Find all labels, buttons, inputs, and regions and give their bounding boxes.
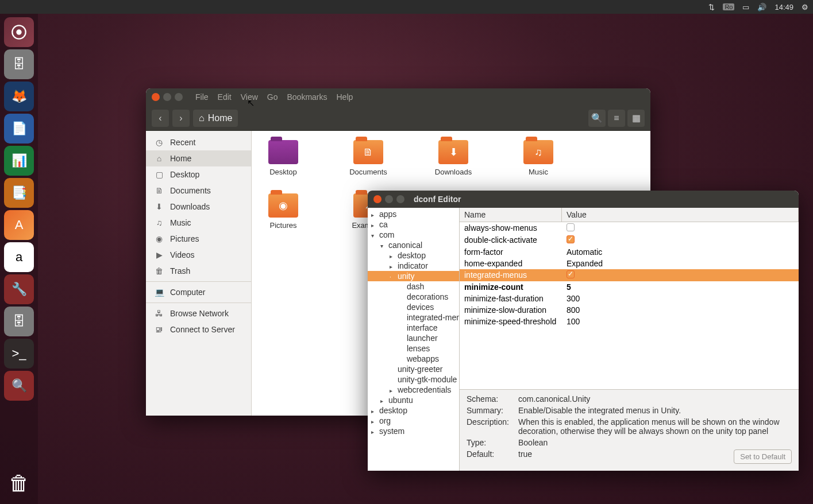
- file-downloads[interactable]: ⬇Downloads: [431, 140, 476, 176]
- col-value[interactable]: Value: [562, 208, 799, 222]
- tree-canonical[interactable]: ▾ canonical: [368, 240, 459, 250]
- back-button[interactable]: ‹: [152, 110, 169, 127]
- home-icon: ⌂: [154, 154, 164, 163]
- clock[interactable]: 14:49: [775, 3, 793, 11]
- menu-help[interactable]: Help: [337, 92, 353, 102]
- amazon-icon[interactable]: a: [4, 242, 34, 272]
- row-always-show-menus[interactable]: always-show-menus: [460, 222, 799, 234]
- gear-icon[interactable]: ⚙: [802, 3, 808, 11]
- settings-icon[interactable]: 🔧: [4, 274, 34, 304]
- tree-ubuntu[interactable]: ▸ ubuntu: [368, 395, 459, 405]
- calc-icon[interactable]: 📊: [4, 146, 34, 176]
- sidebar-item-home[interactable]: ⌂Home: [146, 150, 251, 166]
- sidebar-item-downloads[interactable]: ⬇Downloads: [146, 199, 251, 215]
- row-double-click-activate[interactable]: double-click-activate: [460, 234, 799, 246]
- dash-icon[interactable]: [4, 17, 34, 47]
- file-label: Pictures: [261, 221, 306, 230]
- minimize-icon[interactable]: [385, 195, 393, 203]
- tree-unity-gtk-module[interactable]: unity-gtk-module: [368, 374, 459, 385]
- expand-icon: ▸: [371, 418, 377, 425]
- file-desktop[interactable]: Desktop: [261, 140, 306, 176]
- tree-desktop[interactable]: ▸ desktop: [368, 250, 459, 261]
- tree-indicator[interactable]: ▸ indicator: [368, 261, 459, 271]
- software-center-icon[interactable]: A: [4, 210, 34, 240]
- cell-value: [562, 270, 799, 281]
- cell-value: Expanded: [562, 258, 799, 269]
- tree-webcredentials[interactable]: ▸ webcredentials: [368, 385, 459, 395]
- tree-desktop[interactable]: ▸ desktop: [368, 405, 459, 416]
- file-documents[interactable]: 🗎Documents: [346, 140, 391, 176]
- close-icon[interactable]: [373, 195, 382, 203]
- files-icon[interactable]: 🗄: [4, 49, 34, 79]
- tree-decorations[interactable]: decorations: [368, 292, 459, 302]
- row-minimize-slow-duration[interactable]: minimize-slow-duration800: [460, 304, 799, 316]
- row-minimize-speed-threshold[interactable]: minimize-speed-threshold100: [460, 316, 799, 327]
- battery-icon[interactable]: ▭: [742, 3, 749, 11]
- tree-unity[interactable]: · unity: [368, 271, 459, 281]
- dconf-titlebar[interactable]: dconf Editor: [368, 191, 799, 208]
- tree-system[interactable]: ▸ system: [368, 426, 459, 436]
- expand-icon: ▸: [390, 387, 395, 394]
- maximize-icon[interactable]: [175, 93, 183, 101]
- path-home-button[interactable]: ⌂Home: [193, 110, 238, 127]
- checkbox[interactable]: [567, 270, 575, 278]
- row-home-expanded[interactable]: home-expandedExpanded: [460, 258, 799, 269]
- tree-apps[interactable]: ▸ apps: [368, 209, 459, 219]
- row-form-factor[interactable]: form-factorAutomatic: [460, 246, 799, 258]
- forward-button[interactable]: ›: [172, 110, 190, 127]
- file-pictures[interactable]: ◉Pictures: [261, 193, 306, 230]
- maximize-icon[interactable]: [396, 195, 404, 203]
- menu-go[interactable]: Go: [267, 92, 278, 102]
- impress-icon[interactable]: 📑: [4, 178, 34, 208]
- sidebar-item-videos[interactable]: ▶Videos: [146, 247, 251, 263]
- menu-bookmarks[interactable]: Bookmarks: [287, 92, 327, 102]
- tree-dash[interactable]: dash: [368, 281, 459, 292]
- nautilus-sidebar: ◷Recent⌂Home▢Desktop🗎Documents⬇Downloads…: [146, 131, 252, 416]
- tree-integrated-menus[interactable]: integrated-menus: [368, 312, 459, 323]
- tree-ca[interactable]: ▸ ca: [368, 219, 459, 230]
- tree-org[interactable]: ▸ org: [368, 416, 459, 426]
- sidebar-item-music[interactable]: ♫Music: [146, 215, 251, 231]
- tree-unity-greeter[interactable]: unity-greeter: [368, 364, 459, 374]
- firefox-icon[interactable]: 🦊: [4, 82, 34, 111]
- network-icon[interactable]: ⇅: [708, 3, 715, 11]
- sidebar-item-browse-network[interactable]: 🖧Browse Network: [146, 305, 251, 321]
- tree-webapps[interactable]: webapps: [368, 354, 459, 364]
- grid-view-icon[interactable]: ▦: [627, 110, 645, 127]
- list-view-icon[interactable]: ≡: [608, 110, 625, 127]
- sidebar-item-computer[interactable]: 💻Computer: [146, 284, 251, 300]
- menu-file[interactable]: File: [195, 92, 209, 102]
- sidebar-item-connect-to-server[interactable]: 🖳Connect to Server: [146, 321, 251, 338]
- minimize-icon[interactable]: [163, 93, 171, 101]
- keyboard-indicator[interactable]: Ro: [723, 3, 734, 10]
- row-integrated-menus[interactable]: integrated-menus: [460, 269, 799, 281]
- row-minimize-count[interactable]: minimize-count5: [460, 281, 799, 293]
- nautilus-titlebar[interactable]: FileEditViewGoBookmarksHelp: [146, 88, 650, 106]
- file-music[interactable]: ♫Music: [516, 140, 561, 176]
- tree-devices[interactable]: devices: [368, 302, 459, 312]
- sidebar-item-trash[interactable]: 🗑Trash: [146, 263, 251, 279]
- checkbox[interactable]: [567, 223, 575, 231]
- search-icon[interactable]: 🔍: [588, 110, 606, 127]
- set-to-default-button[interactable]: Set to Default: [734, 449, 792, 464]
- menu-edit[interactable]: Edit: [218, 92, 232, 102]
- tree-interface[interactable]: interface: [368, 323, 459, 333]
- checkbox[interactable]: [567, 235, 575, 243]
- file-manager-icon[interactable]: 🗄: [4, 307, 34, 336]
- tree-com[interactable]: ▾ com: [368, 230, 459, 240]
- sidebar-item-recent[interactable]: ◷Recent: [146, 134, 251, 150]
- sidebar-item-pictures[interactable]: ◉Pictures: [146, 231, 251, 247]
- close-icon[interactable]: [152, 93, 160, 101]
- tree-launcher[interactable]: launcher: [368, 333, 459, 343]
- activity-icon[interactable]: 🔍: [4, 371, 34, 401]
- writer-icon[interactable]: 📄: [4, 114, 34, 144]
- volume-icon[interactable]: 🔊: [757, 3, 766, 11]
- sidebar-item-documents[interactable]: 🗎Documents: [146, 183, 251, 199]
- terminal-icon[interactable]: >_: [4, 339, 34, 369]
- sidebar-item-desktop[interactable]: ▢Desktop: [146, 166, 251, 183]
- menu-view[interactable]: View: [241, 92, 258, 102]
- col-name[interactable]: Name: [460, 208, 562, 222]
- trash-icon[interactable]: 🗑: [4, 468, 34, 498]
- row-minimize-fast-duration[interactable]: minimize-fast-duration300: [460, 293, 799, 304]
- tree-lenses[interactable]: lenses: [368, 343, 459, 354]
